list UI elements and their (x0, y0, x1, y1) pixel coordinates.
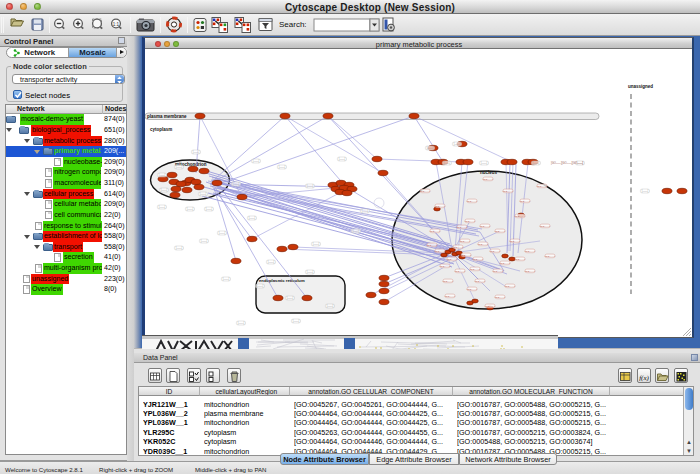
svg-text:[GO——]: [GO——] (515, 258, 526, 261)
svg-text:[——]: [——] (279, 165, 286, 169)
svg-text:[GO——]: [GO——] (420, 190, 431, 193)
svg-text:[GO——]: [GO——] (460, 240, 471, 243)
svg-text:[GO——][GO——][GO——]: [GO——][GO——][GO——] (551, 161, 583, 165)
svg-text:[GO——]: [GO——] (485, 305, 496, 308)
svg-text:[GO——]: [GO——] (470, 268, 481, 271)
svg-text:[——]: [——] (327, 304, 334, 308)
svg-text:[——]: [——] (159, 173, 166, 177)
svg-text:[GO——]: [GO——] (537, 185, 548, 188)
svg-text:[GO——]: [GO——] (473, 258, 484, 261)
svg-text:cytoplasm: cytoplasm (150, 127, 172, 132)
svg-text:[GO——]: [GO——] (461, 254, 472, 257)
svg-text:f(x): f(x) (639, 374, 649, 382)
svg-text:[GO——]: [GO——] (505, 285, 516, 288)
svg-text:[GO——]: [GO——] (467, 200, 478, 203)
svg-text:[——]: [——] (268, 260, 275, 264)
svg-text:[——]: [——] (176, 165, 183, 169)
svg-text:[——]: [——] (159, 205, 166, 209)
svg-text:[——]: [——] (161, 188, 168, 192)
svg-text:[GO——]: [GO——] (515, 215, 526, 218)
svg-text:[GO——]: [GO——] (467, 288, 478, 291)
svg-text:[——]: [——] (307, 184, 314, 188)
svg-text:[——]: [——] (206, 207, 213, 211)
svg-text:unassigned: unassigned (628, 84, 653, 89)
svg-text:[GO——]: [GO——] (480, 225, 491, 228)
svg-text:[GO——]: [GO——] (545, 255, 556, 258)
svg-text:[GO——]: [GO——] (475, 280, 486, 283)
svg-text:[——]: [——] (238, 321, 245, 325)
svg-text:endoplasmic reticulum: endoplasmic reticulum (259, 278, 305, 283)
svg-text:[——]: [——] (253, 159, 260, 163)
svg-text:[GO——]: [GO——] (478, 243, 489, 246)
svg-text:[GO——]: [GO——] (445, 295, 456, 298)
svg-text:[GO——]: [GO——] (465, 220, 476, 223)
svg-text:[GO——]: [GO——] (503, 190, 514, 193)
svg-text:[——]: [——] (362, 209, 369, 213)
svg-text:[——]: [——] (233, 182, 240, 186)
svg-text:[GO——]: [GO——] (435, 205, 446, 208)
svg-text:nucleus: nucleus (480, 170, 498, 175)
svg-text:[——]: [——] (533, 161, 540, 165)
svg-text:[——]: [——] (187, 207, 194, 211)
svg-text:[——]: [——] (481, 161, 488, 165)
svg-text:[——]: [——] (427, 146, 434, 150)
svg-text:[GO——]: [GO——] (490, 250, 501, 253)
svg-text:[——]: [——] (444, 161, 451, 165)
svg-text:[GO——]: [GO——] (457, 226, 468, 229)
svg-text:[——]: [——] (313, 242, 320, 246)
svg-text:[GO——]: [GO——] (447, 258, 458, 261)
svg-text:[GO——]: [GO——] (495, 296, 506, 299)
svg-text:[——]: [——] (223, 277, 230, 281)
svg-text:[——]: [——] (293, 319, 300, 323)
svg-text:[GO——]: [GO——] (430, 230, 441, 233)
svg-text:[GO——]: [GO——] (495, 230, 506, 233)
svg-text:[——]: [——] (454, 142, 461, 146)
svg-text:[——]: [——] (307, 270, 314, 274)
svg-text:[GO——]: [GO——] (525, 250, 536, 253)
svg-text:[GO——]: [GO——] (483, 178, 494, 181)
svg-text:[GO——]: [GO——] (500, 262, 511, 265)
svg-text:[——]: [——] (249, 216, 256, 220)
svg-text:plasma membrane: plasma membrane (147, 114, 187, 119)
svg-text:[——]: [——] (353, 229, 360, 233)
svg-text:[——]: [——] (219, 231, 226, 235)
svg-text:[GO——]: [GO——] (540, 225, 551, 228)
svg-text:[——]: [——] (201, 239, 208, 243)
svg-text:[——]: [——] (642, 189, 649, 193)
svg-text:1:1: 1:1 (113, 22, 120, 27)
svg-text:[GO——]: [GO——] (455, 270, 466, 273)
svg-text:[——]: [——] (339, 157, 346, 161)
svg-text:[GO——]: [GO——] (510, 240, 521, 243)
svg-text:[GO——]: [GO——] (443, 280, 454, 283)
svg-text:[GO——]: [GO——] (453, 246, 464, 249)
svg-text:[GO——]: [GO——] (435, 250, 446, 253)
svg-text:Search:: Search: (279, 20, 307, 29)
svg-text:[GO——]: [GO——] (493, 270, 504, 273)
svg-text:[——]: [——] (287, 296, 294, 300)
svg-text:[——]: [——] (257, 284, 264, 288)
svg-text:[GO——]: [GO——] (440, 265, 451, 268)
svg-text:[GO——]: [GO——] (525, 270, 536, 273)
svg-text:[GO——]: [GO——] (520, 200, 531, 203)
svg-text:[——]: [——] (176, 246, 183, 250)
svg-text:[GO——]: [GO——] (427, 244, 438, 247)
svg-text:[——]: [——] (193, 150, 200, 154)
svg-text:[——]: [——] (200, 192, 207, 196)
